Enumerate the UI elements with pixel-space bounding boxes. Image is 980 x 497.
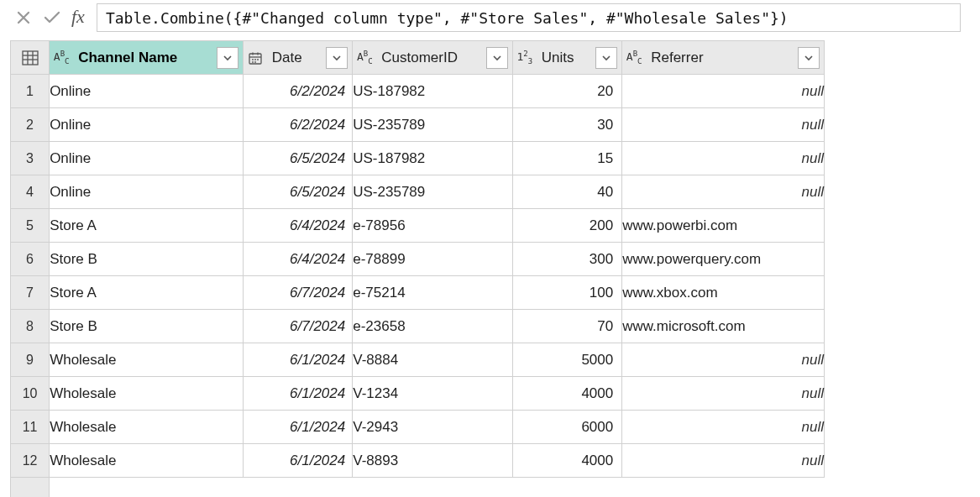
cancel-formula-button[interactable]	[13, 7, 34, 29]
cell[interactable]: www.xbox.com	[622, 276, 825, 310]
table-row[interactable]: 5Store A6/4/2024e-78956200www.powerbi.co…	[11, 209, 825, 243]
column-filter-dropdown[interactable]	[798, 47, 820, 69]
row-number[interactable]: 10	[11, 377, 50, 411]
column-filter-dropdown[interactable]	[326, 47, 348, 69]
cell[interactable]: 300	[512, 243, 621, 276]
date-type-icon[interactable]	[244, 41, 267, 74]
row-number[interactable]: 4	[11, 175, 50, 209]
cell[interactable]: e-78899	[353, 243, 513, 276]
cell[interactable]: null	[622, 377, 825, 411]
table-row[interactable]: 2Online6/2/2024US-23578930null	[11, 108, 825, 142]
table-row[interactable]: 9Wholesale6/1/2024V-88845000null	[11, 343, 825, 377]
table-row[interactable]: 12Wholesale6/1/2024V-88934000null	[11, 444, 825, 478]
cell[interactable]: 200	[512, 209, 621, 243]
cell[interactable]: 6/1/2024	[243, 444, 352, 478]
cell[interactable]: null	[622, 343, 825, 377]
cell[interactable]: 4000	[512, 444, 621, 478]
column-header[interactable]: Date	[243, 41, 352, 75]
cell[interactable]: 6/5/2024	[243, 175, 352, 209]
cell[interactable]: 6/4/2024	[243, 243, 352, 276]
cell[interactable]: null	[622, 142, 825, 175]
table-row[interactable]: 7Store A6/7/2024e-75214100www.xbox.com	[11, 276, 825, 310]
cell[interactable]: Online	[50, 142, 244, 175]
cell[interactable]: Wholesale	[50, 377, 244, 411]
cell[interactable]: Store A	[50, 209, 244, 243]
cell[interactable]: Wholesale	[50, 343, 244, 377]
cell[interactable]: 70	[512, 310, 621, 343]
text-type-icon[interactable]: ABC	[622, 41, 646, 74]
cell[interactable]: null	[622, 411, 825, 444]
column-filter-dropdown[interactable]	[595, 47, 617, 69]
row-number[interactable]: 9	[11, 343, 50, 377]
row-number[interactable]: 11	[11, 411, 50, 444]
cell[interactable]: US-187982	[353, 142, 513, 175]
cell[interactable]: Online	[50, 175, 244, 209]
table-corner-button[interactable]	[11, 41, 50, 75]
text-type-icon[interactable]: ABC	[353, 41, 376, 74]
cell[interactable]: 6000	[512, 411, 621, 444]
cell[interactable]: 6/1/2024	[243, 411, 352, 444]
column-filter-dropdown[interactable]	[486, 47, 508, 69]
table-row[interactable]: 8Store B6/7/2024e-2365870www.microsoft.c…	[11, 310, 825, 343]
formula-input[interactable]	[97, 3, 961, 32]
cell[interactable]: null	[622, 444, 825, 478]
row-number[interactable]: 5	[11, 209, 50, 243]
cell[interactable]: 6/7/2024	[243, 310, 352, 343]
cell[interactable]: Online	[50, 108, 244, 142]
row-number[interactable]: 6	[11, 243, 50, 276]
row-number[interactable]: 12	[11, 444, 50, 478]
cell[interactable]: Store B	[50, 243, 244, 276]
accept-formula-button[interactable]	[41, 7, 63, 29]
column-header[interactable]: ABCReferrer	[622, 41, 825, 75]
cell[interactable]: Wholesale	[50, 411, 244, 444]
cell[interactable]: 20	[512, 75, 621, 108]
cell[interactable]: Store A	[50, 276, 244, 310]
cell[interactable]: V-1234	[353, 377, 513, 411]
column-header[interactable]: 123Units	[512, 41, 621, 75]
cell[interactable]: e-23658	[353, 310, 513, 343]
cell[interactable]: US-235789	[353, 108, 513, 142]
cell[interactable]: www.powerbi.com	[622, 209, 825, 243]
number-type-icon[interactable]: 123	[513, 41, 537, 74]
cell[interactable]: 6/7/2024	[243, 276, 352, 310]
table-row[interactable]: 4Online6/5/2024US-23578940null	[11, 175, 825, 209]
cell[interactable]: null	[622, 75, 825, 108]
table-row[interactable]: 1Online6/2/2024US-18798220null	[11, 75, 825, 108]
cell[interactable]: e-78956	[353, 209, 513, 243]
cell[interactable]: Online	[50, 75, 244, 108]
cell[interactable]: www.powerquery.com	[622, 243, 825, 276]
cell[interactable]: e-75214	[353, 276, 513, 310]
table-row[interactable]: 11Wholesale6/1/2024V-29436000null	[11, 411, 825, 444]
table-row[interactable]: 6Store B6/4/2024e-78899300www.powerquery…	[11, 243, 825, 276]
cell[interactable]: 30	[512, 108, 621, 142]
cell[interactable]: 6/2/2024	[243, 75, 352, 108]
text-type-icon[interactable]: ABC	[50, 41, 73, 74]
column-header[interactable]: ABCChannel Name	[50, 41, 244, 75]
cell[interactable]: 40	[512, 175, 621, 209]
cell[interactable]: US-187982	[353, 75, 513, 108]
row-number[interactable]: 2	[11, 108, 50, 142]
cell[interactable]: 6/1/2024	[243, 377, 352, 411]
column-header[interactable]: ABCCustomerID	[353, 41, 513, 75]
cell[interactable]: V-2943	[353, 411, 513, 444]
column-filter-dropdown[interactable]	[217, 47, 238, 69]
row-number[interactable]: 7	[11, 276, 50, 310]
cell[interactable]: Wholesale	[50, 444, 244, 478]
cell[interactable]: 5000	[512, 343, 621, 377]
cell[interactable]: 6/2/2024	[243, 108, 352, 142]
cell[interactable]: 4000	[512, 377, 621, 411]
row-number[interactable]: 8	[11, 310, 50, 343]
cell[interactable]: null	[622, 108, 825, 142]
cell[interactable]: US-235789	[353, 175, 513, 209]
cell[interactable]: 15	[512, 142, 621, 175]
cell[interactable]: 6/5/2024	[243, 142, 352, 175]
cell[interactable]: V-8884	[353, 343, 513, 377]
table-row[interactable]: 3Online6/5/2024US-18798215null	[11, 142, 825, 175]
cell[interactable]: 6/1/2024	[243, 343, 352, 377]
row-number[interactable]: 3	[11, 142, 50, 175]
row-number[interactable]: 1	[11, 75, 50, 108]
cell[interactable]: www.microsoft.com	[622, 310, 825, 343]
cell[interactable]: Store B	[50, 310, 244, 343]
cell[interactable]: 100	[512, 276, 621, 310]
cell[interactable]: null	[622, 175, 825, 209]
